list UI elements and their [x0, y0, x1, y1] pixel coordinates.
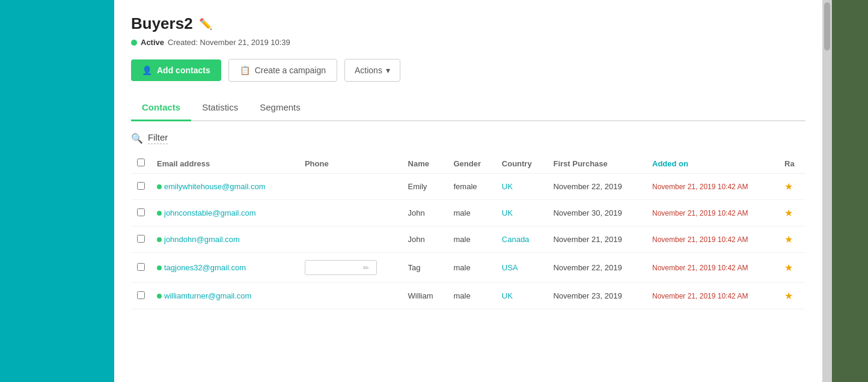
cell-first-purchase: November 22, 2019	[547, 253, 646, 283]
table-row: johndohn@gmail.comJohnmaleCanadaNovember…	[131, 226, 805, 253]
cell-email: johndohn@gmail.com	[151, 226, 299, 253]
create-campaign-label: Create a campaign	[255, 65, 326, 75]
added-date-text: November 21, 2019 10:42 AM	[652, 183, 748, 191]
country-link[interactable]: UK	[502, 208, 513, 217]
online-dot	[157, 237, 162, 242]
created-label: Created: November 21, 2019 10:39	[168, 38, 290, 47]
sidebar	[0, 0, 114, 382]
search-icon: 🔍	[131, 133, 143, 144]
cell-country: USA	[496, 253, 548, 283]
cell-name: William	[402, 283, 448, 309]
cell-name: Emily	[402, 174, 448, 200]
actions-label: Actions	[355, 65, 382, 75]
scrollbar[interactable]	[822, 0, 832, 382]
col-first-purchase: First Purchase	[547, 154, 646, 174]
cell-phone	[299, 174, 402, 200]
col-name: Name	[402, 154, 448, 174]
online-dot	[157, 294, 162, 299]
cell-added-on: November 21, 2019 10:42 AM	[646, 226, 778, 253]
page-title: Buyers2	[131, 14, 193, 33]
email-link[interactable]: williamturner@gmail.com	[164, 291, 251, 300]
cell-gender: male	[447, 283, 495, 309]
col-country: Country	[496, 154, 548, 174]
row-checkbox[interactable]	[137, 208, 145, 216]
add-contacts-button[interactable]: 👤 Add contacts	[131, 59, 221, 81]
col-phone: Phone	[299, 154, 402, 174]
cell-first-purchase: November 30, 2019	[547, 200, 646, 226]
phone-input[interactable]	[309, 263, 363, 272]
cell-phone	[299, 283, 402, 309]
added-date-text: November 21, 2019 10:42 AM	[652, 235, 748, 244]
email-link[interactable]: johnconstable@gmail.com	[164, 208, 256, 217]
right-panel	[832, 0, 868, 382]
cell-email: williamturner@gmail.com	[151, 283, 299, 309]
cell-star: ★	[778, 226, 805, 253]
email-link[interactable]: emilywhitehouse@gmail.com	[164, 182, 266, 191]
row-checkbox[interactable]	[137, 235, 145, 243]
col-email: Email address	[151, 154, 299, 174]
scrollbar-thumb[interactable]	[824, 2, 830, 50]
add-contacts-label: Add contacts	[157, 65, 210, 75]
row-checkbox[interactable]	[137, 291, 145, 299]
contacts-table: Email address Phone Name Gender Country …	[131, 154, 805, 309]
cell-name: Tag	[402, 253, 448, 283]
cell-gender: male	[447, 226, 495, 253]
cell-added-on: November 21, 2019 10:42 AM	[646, 253, 778, 283]
country-link[interactable]: Canada	[502, 235, 530, 244]
filter-row: 🔍 Filter	[131, 132, 805, 144]
country-link[interactable]: UK	[502, 291, 513, 300]
create-campaign-button[interactable]: 📋 Create a campaign	[228, 59, 337, 82]
country-link[interactable]: USA	[502, 263, 518, 272]
table-row: emilywhitehouse@gmail.comEmilyfemaleUKNo…	[131, 174, 805, 200]
row-checkbox[interactable]	[137, 263, 145, 271]
select-all-checkbox[interactable]	[137, 159, 145, 166]
filter-label[interactable]: Filter	[148, 132, 168, 144]
status-dot	[131, 40, 137, 46]
cell-email: emilywhitehouse@gmail.com	[151, 174, 299, 200]
add-contacts-icon: 👤	[142, 65, 152, 75]
cell-star: ★	[778, 174, 805, 200]
tab-statistics[interactable]: Statistics	[191, 96, 249, 121]
page-title-row: Buyers2 ✏️	[131, 14, 805, 33]
online-dot	[157, 265, 162, 270]
main-content: Buyers2 ✏️ Active Created: November 21, …	[114, 0, 822, 382]
cell-first-purchase: November 22, 2019	[547, 174, 646, 200]
cell-first-purchase: November 21, 2019	[547, 226, 646, 253]
cell-star: ★	[778, 283, 805, 309]
cell-gender: male	[447, 253, 495, 283]
email-link[interactable]: tagjones32@gmail.com	[164, 263, 246, 272]
cell-phone	[299, 226, 402, 253]
cell-gender: female	[447, 174, 495, 200]
tab-contacts[interactable]: Contacts	[131, 96, 191, 121]
star-icon[interactable]: ★	[784, 234, 793, 244]
added-date-text: November 21, 2019 10:42 AM	[652, 292, 748, 300]
online-dot	[157, 184, 162, 189]
cell-country: UK	[496, 174, 548, 200]
cell-first-purchase: November 23, 2019	[547, 283, 646, 309]
col-added-on: Added on	[646, 154, 778, 174]
edit-title-icon[interactable]: ✏️	[199, 17, 212, 31]
email-link[interactable]: johndohn@gmail.com	[164, 235, 240, 244]
table-row: johnconstable@gmail.comJohnmaleUKNovembe…	[131, 200, 805, 226]
star-icon[interactable]: ★	[784, 262, 793, 273]
cell-name: John	[402, 200, 448, 226]
star-icon[interactable]: ★	[784, 208, 793, 218]
table-row: williamturner@gmail.comWilliammaleUKNove…	[131, 283, 805, 309]
cell-star: ★	[778, 253, 805, 283]
cell-email: tagjones32@gmail.com	[151, 253, 299, 283]
phone-edit-icon[interactable]: ✏	[363, 264, 369, 272]
campaign-icon: 📋	[240, 65, 250, 75]
tab-segments[interactable]: Segments	[249, 96, 311, 121]
row-checkbox[interactable]	[137, 182, 145, 190]
added-date-text: November 21, 2019 10:42 AM	[652, 209, 748, 217]
online-dot	[157, 211, 162, 216]
cell-name: John	[402, 226, 448, 253]
star-icon[interactable]: ★	[784, 181, 793, 192]
cell-added-on: November 21, 2019 10:42 AM	[646, 283, 778, 309]
country-link[interactable]: UK	[502, 182, 513, 191]
cell-added-on: November 21, 2019 10:42 AM	[646, 200, 778, 226]
status-label: Active	[141, 38, 164, 47]
actions-button[interactable]: Actions ▾	[344, 59, 400, 82]
star-icon[interactable]: ★	[784, 291, 793, 301]
cell-star: ★	[778, 200, 805, 226]
